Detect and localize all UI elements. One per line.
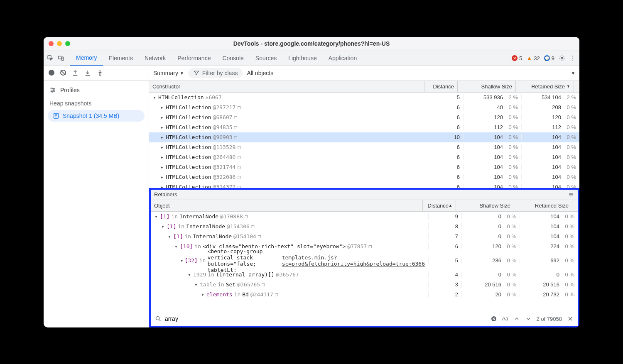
table-row[interactable]: ▶ HTMLCollection @94835 ❐61120 %1120 %: [149, 122, 579, 132]
titlebar: DevTools - store.google.com/category/pho…: [44, 37, 579, 51]
svg-rect-14: [569, 195, 573, 196]
sliders-icon: [49, 87, 56, 93]
sidebar: Profiles Heap snapshots Snapshot 1 (34.5…: [44, 81, 149, 327]
table-row[interactable]: ▼ HTMLCollection ×60675533 9362 %534 104…: [149, 93, 579, 103]
message-count[interactable]: 💬9: [544, 55, 554, 61]
gc-icon[interactable]: [97, 70, 103, 76]
search-input[interactable]: [165, 315, 487, 322]
retainer-row[interactable]: ▼ [1] in InternalNode @170888 ❐900 %1040…: [151, 212, 578, 222]
grid-header: Constructor Distance Shallow Size Retain…: [149, 81, 579, 93]
close-window-button[interactable]: [49, 41, 54, 46]
device-toggle-icon[interactable]: [58, 55, 64, 61]
prev-match-icon[interactable]: [513, 315, 520, 322]
table-row[interactable]: ▶ HTMLCollection @297217 ❐6400 %2080 %: [149, 103, 579, 112]
heap-snapshots-heading: Heap snapshots: [44, 96, 149, 108]
col-constructor[interactable]: Constructor: [149, 83, 424, 90]
error-count[interactable]: ✕5: [512, 55, 522, 61]
col-retained[interactable]: Retained Size▼: [515, 81, 574, 92]
traffic-lights: [49, 41, 70, 46]
tabbar: MemoryElementsNetworkPerformanceConsoleS…: [44, 51, 579, 66]
filter-input[interactable]: Filter by class: [188, 68, 243, 78]
profiles-label: Profiles: [60, 87, 80, 93]
tab-sources[interactable]: Sources: [250, 51, 282, 66]
tab-console[interactable]: Console: [216, 51, 249, 66]
svg-point-8: [51, 88, 52, 89]
settings-icon[interactable]: [559, 55, 565, 61]
table-row[interactable]: ▶ HTMLCollection @324372 ❐61040 %1040 %: [149, 182, 579, 188]
retainers-title: Retainers: [151, 190, 578, 200]
content-area: Constructor Distance Shallow Size Retain…: [149, 81, 579, 327]
col-retained-retainers[interactable]: Retained Size: [514, 200, 572, 211]
svg-point-6: [572, 60, 573, 61]
svg-point-15: [156, 317, 159, 320]
retainer-row[interactable]: ▼ elements in Bd @244317 ❐2200 %20 7320 …: [151, 290, 578, 300]
col-distance[interactable]: Distance: [424, 81, 457, 92]
download-icon[interactable]: [84, 70, 91, 76]
table-row[interactable]: ▶ HTMLCollection @113529 ❐61040 %1040 %: [149, 142, 579, 152]
retainers-rows[interactable]: ▼ [1] in InternalNode @170888 ❐900 %1040…: [151, 212, 578, 312]
table-row[interactable]: ▶ HTMLCollection @264480 ❐61040 %1040 %: [149, 152, 579, 162]
filter-icon: [193, 70, 200, 76]
retainer-row[interactable]: ▼ table in Set @365765 ❐320 5160 %20 516…: [151, 280, 578, 290]
col-shallow-retainers[interactable]: Shallow Size: [456, 200, 514, 211]
retainers-menu-icon[interactable]: [568, 191, 574, 198]
search-bar: Aa 2 of 79058: [151, 312, 578, 326]
table-row[interactable]: ▶ HTMLCollection @321744 ❐61040 %1040 %: [149, 162, 579, 172]
retainers-panel: Retainers Object Distance▲ Shallow Size …: [149, 188, 579, 327]
main-area: Profiles Heap snapshots Snapshot 1 (34.5…: [44, 81, 579, 327]
panel-tabs: MemoryElementsNetworkPerformanceConsoleS…: [70, 51, 363, 66]
snapshot-label: Snapshot 1 (34.5 MB): [63, 112, 119, 119]
devtools-window: DevTools - store.google.com/category/pho…: [44, 37, 579, 327]
sort-desc-icon: ▼: [567, 84, 570, 88]
objects-select[interactable]: All objects: [247, 70, 273, 76]
profiles-row[interactable]: Profiles: [44, 84, 149, 96]
svg-rect-12: [569, 193, 573, 193]
col-distance-retainers[interactable]: Distance▲: [422, 200, 456, 211]
tab-memory[interactable]: Memory: [70, 51, 103, 66]
record-button[interactable]: [49, 70, 54, 77]
svg-point-9: [53, 89, 54, 90]
upload-icon[interactable]: [72, 70, 78, 76]
svg-point-3: [561, 57, 563, 59]
window-title: DevTools - store.google.com/category/pho…: [44, 40, 579, 47]
minimize-window-button[interactable]: [57, 41, 62, 46]
svg-point-5: [572, 58, 573, 59]
warning-count[interactable]: ▲32: [526, 55, 540, 61]
col-object[interactable]: Object: [151, 203, 422, 209]
close-search-icon[interactable]: [567, 315, 574, 322]
action-bar: Summary▼ Filter by class All objects ▼: [44, 66, 579, 81]
more-menu-icon[interactable]: [569, 55, 576, 61]
tab-lighthouse[interactable]: Lighthouse: [282, 51, 323, 66]
inspect-icon[interactable]: [47, 55, 54, 61]
next-match-icon[interactable]: [525, 315, 532, 322]
objects-dropdown-caret[interactable]: ▼: [571, 71, 575, 76]
table-row[interactable]: ▶ HTMLCollection @90903 ❐101040 %1040 %: [149, 132, 579, 142]
retainer-row[interactable]: ▼ [32] in <bento-copy-group vertical-sta…: [151, 252, 578, 270]
maximize-window-button[interactable]: [65, 41, 70, 46]
match-case-toggle[interactable]: Aa: [502, 316, 508, 322]
search-count: 2 of 79058: [537, 316, 562, 322]
table-row[interactable]: ▶ HTMLCollection @68607 ❐61200 %1200 %: [149, 112, 579, 122]
retainer-row[interactable]: ▼ [1] in InternalNode @154306 ❐800 %1040…: [151, 222, 578, 232]
retainer-row[interactable]: ▼ 1929 in (internal array)[] @365767 400…: [151, 270, 578, 280]
col-shallow[interactable]: Shallow Size: [457, 81, 515, 92]
snapshot-icon: [53, 112, 59, 119]
tab-performance[interactable]: Performance: [172, 51, 216, 66]
svg-point-4: [572, 56, 573, 56]
sort-asc-icon: ▲: [449, 203, 452, 208]
clear-button[interactable]: [60, 70, 66, 77]
tab-network[interactable]: Network: [139, 51, 172, 66]
svg-rect-13: [569, 194, 573, 195]
svg-point-10: [52, 91, 53, 92]
tab-elements[interactable]: Elements: [103, 51, 139, 66]
search-icon: [155, 315, 162, 322]
retainer-row[interactable]: ▼ [1] in InternalNode @154304 ❐700 %1040…: [151, 232, 578, 242]
clear-search-icon[interactable]: [491, 315, 497, 322]
svg-rect-7: [99, 73, 101, 76]
table-row[interactable]: ▶ HTMLCollection @322086 ❐61040 %1040 %: [149, 172, 579, 182]
constructor-rows[interactable]: ▼ HTMLCollection ×60675533 9362 %534 104…: [149, 93, 579, 188]
tab-application[interactable]: Application: [323, 51, 363, 66]
retainers-grid-header: Object Distance▲ Shallow Size Retained S…: [151, 200, 578, 212]
summary-select[interactable]: Summary▼: [153, 70, 184, 76]
snapshot-item[interactable]: Snapshot 1 (34.5 MB): [48, 110, 145, 122]
